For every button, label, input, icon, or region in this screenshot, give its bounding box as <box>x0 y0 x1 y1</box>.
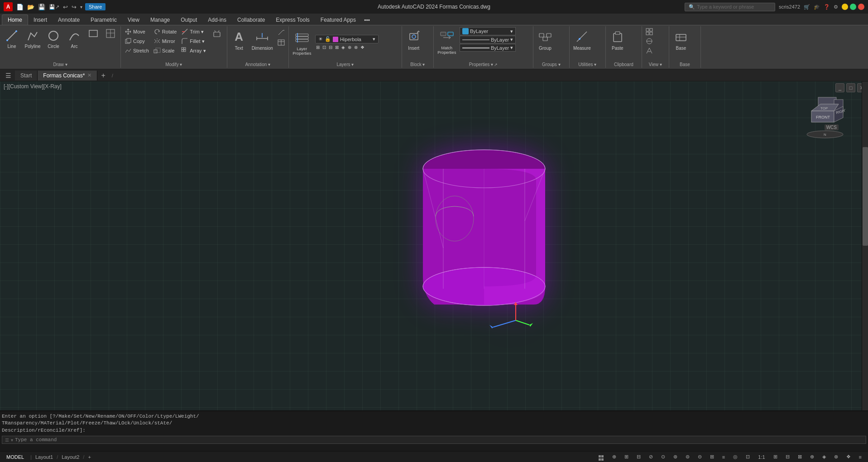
tab-home[interactable]: Home <box>2 14 28 25</box>
vp-maximize-btn[interactable]: □ <box>846 83 855 92</box>
save-icon[interactable]: 💾 <box>37 3 46 11</box>
line-button[interactable]: Line <box>2 27 22 50</box>
copy-button[interactable]: Copy <box>123 37 151 46</box>
leader-button[interactable] <box>276 27 287 37</box>
student-icon[interactable]: 🎓 <box>814 4 820 10</box>
hamburger-menu[interactable]: ☰ <box>2 70 15 81</box>
tab-formas-conicas[interactable]: Formas Conicas* ✕ <box>38 71 97 81</box>
color-dropdown[interactable]: ByLayer ▾ <box>460 27 516 35</box>
status-icon7[interactable]: ❖ <box>844 453 854 461</box>
grid-toggle[interactable]: ⊞ <box>622 453 631 461</box>
new-tab-button[interactable]: + <box>97 70 109 81</box>
wcs-label[interactable]: WCS <box>825 124 839 130</box>
layout2-tab[interactable]: Layout2 <box>59 453 82 461</box>
ortho-toggle[interactable]: ⊟ <box>634 453 643 461</box>
modify-group-label[interactable]: Modify ▾ <box>123 61 225 67</box>
status-icon5[interactable]: ◈ <box>820 453 829 461</box>
status-icon2[interactable]: ⊟ <box>783 453 792 461</box>
command-input-row[interactable]: ☰ ▾ Type a command <box>2 436 866 444</box>
dropdown-icon[interactable]: ▾ <box>79 4 83 10</box>
view-btn1[interactable] <box>644 27 655 36</box>
group-button[interactable]: Group <box>535 27 555 52</box>
add-layout-btn[interactable]: + <box>85 453 93 461</box>
annotation-group-label[interactable]: Annotation ▾ <box>229 61 287 67</box>
user-info[interactable]: scris2472 <box>779 4 800 10</box>
customize-btn[interactable]: ≡ <box>856 453 864 461</box>
dimension-button[interactable]: Dimension <box>250 27 275 52</box>
share-button[interactable]: Share <box>85 3 106 10</box>
saveas-icon[interactable]: 💾↗ <box>48 3 60 11</box>
snap-toggle[interactable]: ⊕ <box>609 453 619 461</box>
model-tab[interactable]: MODEL <box>4 453 27 461</box>
status-icon1[interactable]: ⊞ <box>771 453 780 461</box>
viewport-scrollbar-right[interactable] <box>862 81 868 410</box>
search-box[interactable]: 🔍 Type a keyword or phrase <box>685 3 775 11</box>
layer-btn6[interactable]: ⊕ <box>347 44 352 50</box>
polar-toggle[interactable]: ⊘ <box>646 453 656 461</box>
tab-addins[interactable]: Add-ins <box>202 15 232 25</box>
minimize-button[interactable] <box>842 4 848 10</box>
tab-start[interactable]: Start <box>15 71 38 81</box>
scale-button[interactable]: Scale <box>152 46 178 55</box>
block-group-label[interactable]: Block ▾ <box>404 61 432 67</box>
tab-extra[interactable]: ▪▪▪ <box>361 15 373 25</box>
tab-manage[interactable]: Manage <box>145 15 175 25</box>
draw-group-label[interactable]: Draw ▾ <box>2 61 119 67</box>
lineweight-dropdown[interactable]: ByLayer ▾ <box>460 44 516 52</box>
trim-button[interactable]: Trim ▾ <box>179 27 207 36</box>
tp-toggle[interactable]: ◎ <box>730 453 740 461</box>
layer-btn5[interactable]: ◈ <box>340 44 346 50</box>
layers-group-label[interactable]: Layers ▾ <box>291 61 400 67</box>
status-grid-icon[interactable] <box>596 452 607 462</box>
erase-button[interactable] <box>209 27 225 40</box>
viewcube[interactable]: FRONT RIGHT TOP N <box>805 90 841 127</box>
layout1-tab[interactable]: Layout1 <box>33 453 56 461</box>
tab-insert[interactable]: Insert <box>28 15 53 25</box>
help-icon[interactable]: ❓ <box>824 4 830 10</box>
view-btn2[interactable] <box>644 37 655 46</box>
layer-btn2[interactable]: ⊡ <box>321 44 327 50</box>
base-button[interactable]: Base <box>671 27 691 52</box>
fillet-button[interactable]: Fillet ▾ <box>179 37 207 46</box>
arc-button[interactable]: Arc <box>64 27 84 50</box>
undo-icon[interactable]: ↩ <box>62 3 69 11</box>
tab-express[interactable]: Express Tools <box>270 15 315 25</box>
tab-parametric[interactable]: Parametric <box>85 15 122 25</box>
table-button[interactable] <box>276 38 287 48</box>
layer-btn3[interactable]: ⊟ <box>328 44 333 50</box>
status-icon3[interactable]: ⊠ <box>795 453 805 461</box>
layer-properties-button[interactable]: LayerProperties <box>291 28 313 57</box>
3dosnap-toggle[interactable]: ⊛ <box>671 453 680 461</box>
move-button[interactable]: Move <box>123 27 151 36</box>
layer-dropdown[interactable]: ☀ 🔓 Hiperbola ▾ <box>315 35 379 43</box>
view-group-label[interactable]: View ▾ <box>644 61 667 67</box>
rotate-button[interactable]: Rotate <box>152 27 178 36</box>
close-button[interactable] <box>858 4 864 10</box>
hatch-button[interactable] <box>102 27 119 40</box>
ducs-toggle[interactable]: ⊝ <box>695 453 705 461</box>
osnap-toggle[interactable]: ⊙ <box>658 453 668 461</box>
tab-output[interactable]: Output <box>175 15 202 25</box>
dyn-toggle[interactable]: ⊞ <box>707 453 717 461</box>
tab-collaborate[interactable]: Collaborate <box>232 15 270 25</box>
layer-btn7[interactable]: ⊗ <box>353 44 359 50</box>
redo-icon[interactable]: ↪ <box>71 3 77 11</box>
cart-icon[interactable]: 🛒 <box>804 4 810 10</box>
rectangle-button[interactable] <box>85 27 101 40</box>
lw-toggle[interactable]: ≡ <box>719 453 728 461</box>
tab-view[interactable]: View <box>122 15 145 25</box>
status-icon4[interactable]: ⊕ <box>807 453 817 461</box>
status-icon6[interactable]: ⊗ <box>831 453 841 461</box>
paste-button[interactable]: Paste <box>608 27 628 52</box>
layer-btn4[interactable]: ⊠ <box>334 44 340 50</box>
properties-expand-icon[interactable]: ↗ <box>494 62 498 67</box>
view-btn3[interactable] <box>644 46 655 55</box>
groups-group-label[interactable]: Groups ▾ <box>535 61 567 67</box>
match-properties-button[interactable]: MatchProperties <box>436 27 458 56</box>
settings-icon[interactable]: ⚙ <box>834 4 838 10</box>
new-icon[interactable]: 📄 <box>15 3 24 11</box>
circle-button[interactable]: Circle <box>43 27 63 50</box>
mirror-button[interactable]: Mirror <box>152 37 178 46</box>
layer-btn1[interactable]: ⊞ <box>315 44 321 50</box>
tab-close-icon[interactable]: ✕ <box>87 72 91 78</box>
